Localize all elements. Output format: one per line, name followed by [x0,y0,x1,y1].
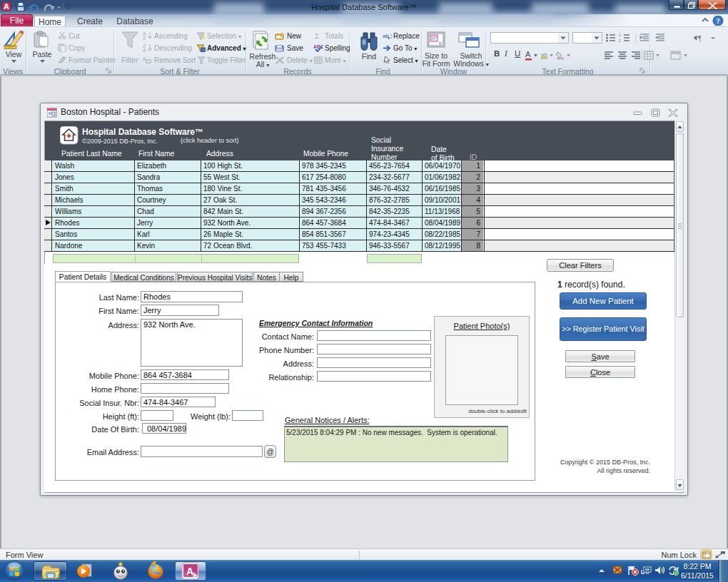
svg-text:A: A [525,50,531,58]
svg-text:Z: Z [143,36,146,40]
svg-text:¶: ¶ [698,34,702,42]
svg-text:1: 1 [619,33,621,37]
svg-text:A: A [186,566,193,577]
svg-text:Σ: Σ [315,31,319,39]
svg-text:A: A [143,48,146,52]
svg-text:2: 2 [619,39,621,43]
svg-text:?: ? [717,17,720,25]
svg-text:A: A [4,2,9,11]
